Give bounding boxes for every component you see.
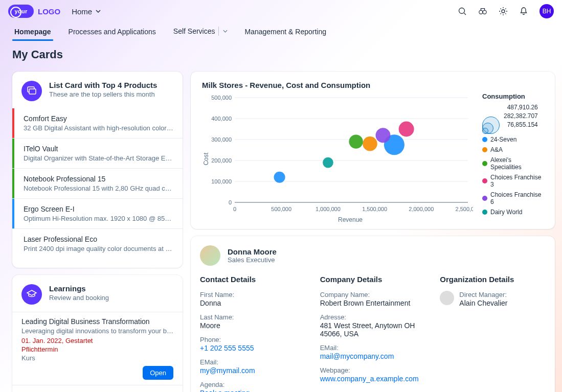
legend-item[interactable]: Dairy World — [482, 209, 544, 216]
learnings-icon — [21, 284, 42, 305]
company-email-link[interactable]: mail@mycompany.com — [320, 352, 426, 360]
address-value: 481 West Street, Anytown OH 45066, USA — [320, 321, 426, 338]
last-name-value: Moore — [200, 321, 306, 330]
svg-text:400,000: 400,000 — [211, 116, 232, 122]
chart-title: Milk Stores - Revenue, Cost and Consumpt… — [202, 81, 544, 89]
chart-bubble[interactable] — [349, 134, 363, 148]
first-name-label: First Name: — [200, 291, 306, 298]
chart-bubble[interactable] — [363, 136, 377, 151]
legend-dot-icon — [482, 210, 487, 215]
top-bar: your LOGO Home BH — [0, 0, 562, 22]
company-name-value: Robert Brown Entertainment — [320, 299, 426, 307]
legend-dot-icon — [482, 137, 487, 142]
chart-bubble[interactable] — [376, 128, 391, 143]
tab-management[interactable]: Management & Reporting — [243, 25, 329, 41]
open-button[interactable]: Open — [143, 366, 173, 380]
card-person: Donna Moore Sales Executive Contact Deta… — [191, 236, 555, 392]
card-chart: Milk Stores - Revenue, Cost and Consumpt… — [191, 72, 555, 229]
agenda-link[interactable]: Book a meeting — [200, 389, 306, 392]
svg-point-3 — [502, 10, 505, 13]
agenda-label: Agenda: — [200, 381, 306, 388]
chevron-down-icon[interactable] — [218, 27, 228, 36]
company-name-label: Company Name: — [320, 291, 426, 298]
tab-processes[interactable]: Processes and Applications — [66, 25, 158, 41]
svg-text:0: 0 — [229, 199, 232, 205]
manager-value: Alain Chevalier — [459, 299, 507, 307]
size-legend-value: 76,855.154 — [504, 121, 538, 129]
bell-icon[interactable] — [519, 7, 528, 16]
svg-text:0: 0 — [233, 206, 236, 212]
company-details: Company Details Company Name: Robert Bro… — [320, 275, 426, 392]
product-item[interactable]: Ergo Screen E-IOptimum Hi-Resolution max… — [12, 199, 173, 228]
learning-kind: Kurs — [21, 354, 173, 362]
svg-text:500,000: 500,000 — [211, 95, 232, 101]
learning-title: Leading Digital Business Transformation — [21, 317, 173, 326]
product-item[interactable]: Laser Professional EcoPrint 2400 dpi ima… — [12, 229, 173, 259]
person-role: Sales Executive — [228, 256, 277, 264]
address-label: Adresse: — [320, 313, 426, 321]
home-label: Home — [72, 7, 92, 16]
product-desc: 32 GB Digital Assistant with high-resolu… — [24, 124, 173, 132]
product-desc: Notebook Professional 15 with 2,80 GHz q… — [24, 185, 173, 192]
logo-mark-icon: your — [8, 5, 34, 18]
chart-bubble[interactable] — [323, 157, 333, 168]
last-name-label: Last Name: — [200, 313, 306, 321]
learnings-subtitle: Review and booking — [49, 294, 109, 302]
product-item[interactable]: Notebook Professional 15Notebook Profess… — [12, 169, 173, 198]
person-name: Donna Moore — [228, 247, 277, 256]
logo-text: LOGO — [38, 7, 60, 16]
chart-bubble[interactable] — [274, 172, 285, 183]
user-avatar[interactable]: BH — [539, 4, 554, 18]
product-desc: Digital Organizer with State-of-the-Art … — [24, 154, 173, 162]
product-name: Comfort Easy — [24, 114, 173, 123]
contact-details: Contact Details First Name: Donna Last N… — [200, 275, 306, 392]
webpage-link[interactable]: www.company_a.example.com — [320, 375, 426, 383]
home-dropdown[interactable]: Home — [72, 7, 101, 16]
legend-item[interactable]: 24-Seven — [482, 136, 544, 143]
learning-desc: Leveraging digital innovations to transf… — [21, 327, 173, 335]
product-name: Laser Professional Eco — [24, 235, 173, 243]
phone-link[interactable]: +1 202 555 5555 — [200, 344, 306, 352]
y-axis-label: Cost — [203, 152, 210, 165]
binoculars-icon[interactable] — [478, 7, 487, 16]
first-name-value: Donna — [200, 299, 306, 307]
legend-dot-icon — [482, 178, 487, 183]
svg-point-2 — [483, 10, 486, 14]
learning-tag: Pflichttermin — [21, 345, 173, 353]
email-link[interactable]: my@mymail.com — [200, 366, 306, 375]
legend-item[interactable]: Alexei's Specialities — [482, 156, 544, 171]
company-heading: Company Details — [320, 275, 426, 284]
app-logo[interactable]: your LOGO — [8, 3, 60, 20]
legend-label: A&A — [490, 146, 503, 153]
size-legend-icon — [482, 117, 500, 134]
products-icon — [21, 81, 42, 101]
chart-bubble[interactable] — [399, 122, 414, 137]
list-card-subtitle: These are the top sellers this month — [49, 90, 157, 98]
legend-label: Choices Franchise 3 — [490, 174, 544, 188]
email-label: EMail: — [200, 358, 306, 366]
search-icon[interactable] — [458, 7, 467, 16]
product-name: Notebook Professional 15 — [24, 175, 173, 183]
product-name: Ergo Screen E-I — [24, 205, 173, 213]
legend-item[interactable]: A&A — [482, 146, 544, 153]
legend-item[interactable]: Choices Franchise 6 — [482, 191, 544, 205]
tab-homepage[interactable]: Homepage — [12, 25, 53, 41]
chevron-down-icon — [95, 7, 101, 16]
gear-icon[interactable] — [499, 7, 508, 16]
page-title: My Cards — [12, 48, 550, 61]
bubble-chart: 0100,000200,000300,000400,000500,000 050… — [202, 93, 473, 223]
main-scroll[interactable]: My Cards List Card with Top 4 Products T… — [0, 41, 562, 392]
learning-item[interactable]: Leading Digital Business Transformation … — [21, 312, 173, 380]
legend-item[interactable]: Choices Franchise 3 — [482, 174, 544, 188]
product-name: ITelO Vault — [24, 145, 173, 153]
svg-rect-5 — [29, 89, 36, 94]
product-item[interactable]: Comfort Easy32 GB Digital Assistant with… — [12, 108, 173, 138]
chart-legend: Consumption 487,910.26 282,382.707 76,85… — [482, 93, 544, 223]
tab-self-services[interactable]: Self Services — [171, 24, 230, 41]
svg-text:1,500,000: 1,500,000 — [362, 206, 387, 212]
organization-details: Organization Details Direct Manager: Ala… — [440, 275, 546, 392]
product-item[interactable]: ITelO VaultDigital Organizer with State-… — [12, 139, 173, 168]
card-learnings: Learnings Review and booking Leading Dig… — [12, 275, 183, 392]
phone-label: Phone: — [200, 336, 306, 343]
contact-heading: Contact Details — [200, 275, 306, 284]
